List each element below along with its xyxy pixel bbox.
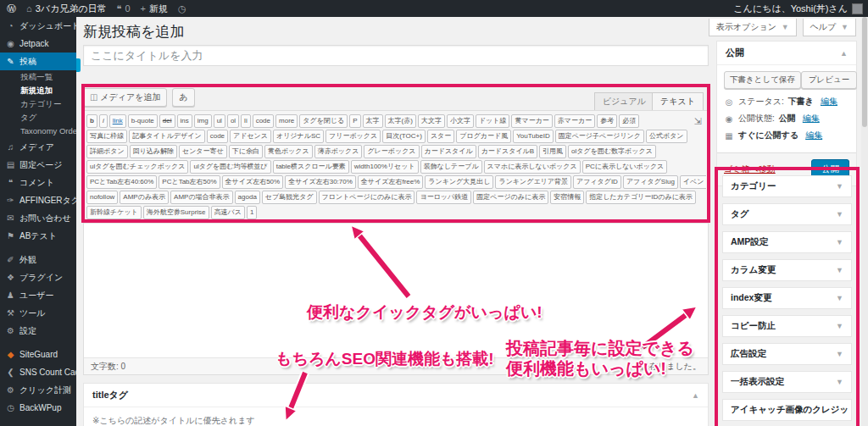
side-panel[interactable]: アイキャッチ画像のクレジット▼ — [722, 399, 852, 421]
quicktag-button[interactable]: PCに表示しないボックス — [582, 160, 668, 174]
sidebar-subitem-add-new[interactable]: 新規追加 — [0, 84, 76, 97]
quicktag-button[interactable]: スマホに表示しないボックス — [484, 160, 581, 174]
quicktag-button[interactable]: agoda — [235, 191, 260, 204]
side-panel[interactable]: AMP設定▼ — [722, 231, 852, 253]
sidebar-item-users[interactable]: ♟ユーザー — [0, 286, 76, 304]
quicktag-button[interactable]: PCとTab左右50% — [159, 175, 220, 189]
quicktag-button[interactable]: 公式ボタン — [646, 130, 687, 143]
visibility-edit-link[interactable]: 編集 — [803, 113, 820, 124]
side-panel[interactable]: コピー防止▼ — [722, 315, 852, 337]
quicktag-button[interactable]: ヨーロッパ鉄道 — [416, 191, 471, 204]
sidebar-item-jetpack[interactable]: ◉Jetpack — [0, 35, 76, 53]
sidebar-item-settings[interactable]: ⚙設定 — [0, 322, 76, 340]
sidebar-subitem-post-list[interactable]: 投稿一覧 — [0, 70, 76, 84]
quicktag-button[interactable]: アドセンス — [230, 130, 271, 143]
schedule-edit-link[interactable]: 編集 — [805, 130, 822, 141]
post-title-input[interactable] — [83, 45, 709, 66]
preview-button[interactable]: プレビュー — [801, 71, 857, 89]
quicktag-button[interactable]: 薄赤ボックス — [314, 145, 363, 158]
sidebar-item-appearance[interactable]: ✐外観 — [0, 251, 76, 268]
chevron-up-icon[interactable]: ▲ — [692, 391, 699, 400]
quicktag-button[interactable]: AMPの場合非表示 — [170, 191, 233, 204]
quicktag-button[interactable]: table横スクロール要素 — [273, 160, 349, 174]
quicktag-button[interactable]: ランキング大見出し — [425, 175, 493, 189]
sidebar-item-click-tracking[interactable]: ⚙クリック計測 — [0, 381, 76, 399]
quicktag-button[interactable]: width100%リセット — [351, 160, 419, 174]
greeting-text[interactable]: こんにちは、Yoshi(丼)さん — [733, 3, 848, 15]
sidebar-item-pages[interactable]: ▤固定ページ — [0, 156, 76, 174]
page-scrollbar[interactable] — [861, 17, 868, 426]
quicktag-button[interactable]: アフィタグID — [573, 175, 621, 189]
quicktag-button[interactable]: 高速バス — [211, 206, 245, 219]
quicktag-button[interactable]: フロントページにのみに表示 — [319, 191, 415, 204]
quicktag-button[interactable]: ブログカード風 — [456, 130, 511, 143]
quicktag-button[interactable]: img — [194, 114, 212, 128]
help-button[interactable]: ヘルプ ▼ — [803, 19, 856, 36]
tab-text[interactable]: テキスト — [652, 92, 704, 110]
titletag-panel-header[interactable]: titleタグ ▲ — [84, 384, 708, 407]
quicktag-button[interactable]: i — [99, 114, 108, 128]
sidebar-subitem-categories[interactable]: カテゴリー — [0, 97, 76, 111]
sidebar-item-posts[interactable]: ✎投稿 — [0, 53, 76, 70]
quicktag-button[interactable]: 必須 — [619, 114, 639, 128]
quicktag-button[interactable]: 固定ページ子ページリンク — [555, 130, 644, 143]
quicktag-button[interactable]: b-quote — [128, 114, 158, 128]
quicktag-button[interactable]: 1 — [247, 206, 257, 219]
quicktag-button[interactable]: olタグを囲む数字ボックス — [568, 145, 656, 158]
side-panel[interactable]: タグ▼ — [722, 203, 852, 225]
quicktag-button[interactable]: フリーボックス — [326, 130, 381, 143]
quicktag-button[interactable]: more — [275, 114, 298, 128]
status-edit-link[interactable]: 編集 — [821, 96, 837, 108]
quicktag-button[interactable]: ul — [214, 114, 225, 128]
sidebar-item-backwpup[interactable]: ◷BackWPup — [0, 399, 76, 417]
quicktag-button[interactable]: 赤マーカー — [554, 114, 595, 128]
sidebar-item-affinger-tag[interactable]: ✑AFFINGERタグ — [0, 191, 76, 209]
side-panel[interactable]: index変更▼ — [722, 287, 852, 309]
quicktag-button[interactable]: 下に余白 — [229, 145, 263, 158]
sidebar-subitem-taxonomy-order[interactable]: Taxonomy Order — [0, 124, 76, 138]
quicktag-button[interactable]: セブ島観光タグ — [262, 191, 317, 204]
quicktag-button[interactable]: カードスタイルB — [478, 145, 537, 158]
quicktag-button[interactable]: code — [207, 130, 228, 143]
screen-options-button[interactable]: 表示オプション ▼ — [709, 19, 797, 36]
sidebar-item-media[interactable]: ♫メディア — [0, 138, 76, 156]
quicktag-button[interactable]: nofollow — [86, 191, 118, 204]
quicktag-button[interactable]: センター寄せ — [179, 145, 227, 158]
quicktag-button[interactable]: 黄マーカー — [511, 114, 552, 128]
sidebar-item-plugins[interactable]: ❖プラグイン — [0, 268, 76, 286]
chevron-up-icon[interactable]: ▲ — [840, 49, 848, 58]
quicktag-button[interactable]: 指定したカテゴリーIDのみに表示 — [586, 191, 696, 204]
quicktag-button[interactable]: 回り込み解除 — [130, 145, 177, 158]
quicktag-button[interactable]: タグを閉じる — [299, 114, 348, 128]
quicktag-button[interactable]: 参考 — [597, 114, 617, 128]
sidebar-item-ab-test[interactable]: ⚑ABテスト — [0, 227, 76, 245]
quicktag-button[interactable]: 記事タイトルデザイン — [129, 130, 205, 143]
quicktag-button[interactable]: YouTubeID — [513, 130, 553, 143]
quicktag-button[interactable]: ドット線 — [476, 114, 510, 128]
scrollbar-thumb[interactable] — [862, 17, 867, 127]
side-panel[interactable]: カテゴリー▼ — [722, 175, 852, 197]
quicktag-button[interactable]: グレーボックス — [364, 145, 419, 158]
tab-visual[interactable]: ビジュアル — [594, 92, 654, 110]
sidebar-item-dashboard[interactable]: ◔ダッシュボード — [0, 17, 76, 35]
quicktag-button[interactable]: 太字(赤) — [385, 114, 416, 128]
quicktag-button[interactable]: b — [86, 114, 97, 128]
quicktag-button[interactable]: code — [253, 114, 274, 128]
fullscreen-icon[interactable]: ⇲ — [694, 116, 702, 127]
quicktag-button[interactable]: 小文字 — [447, 114, 474, 128]
site-name-menu[interactable]: ⌂ 3バカ兄弟の日常 — [26, 3, 107, 15]
quicktag-button[interactable]: 写真に枠線 — [86, 130, 127, 143]
quicktag-button[interactable]: 目次(TOC+) — [382, 130, 426, 143]
side-panel[interactable]: カラム変更▼ — [722, 259, 852, 281]
quicktag-button[interactable]: 詳細ボタン — [86, 145, 128, 158]
quicktag-button[interactable]: ulタグを囲むチェックボックス — [86, 160, 188, 174]
quicktag-button[interactable]: P — [349, 114, 360, 128]
side-panel[interactable]: 広告設定▼ — [722, 343, 852, 365]
quicktag-button[interactable]: 全サイズ左右50% — [222, 175, 284, 189]
quicktag-button[interactable]: ランキングエリア背景 — [495, 175, 571, 189]
quicktag-button[interactable]: カードスタイル — [421, 145, 476, 158]
quicktag-button[interactable]: ins — [177, 114, 192, 128]
save-draft-button[interactable]: 下書きとして保存 — [724, 71, 801, 89]
publish-panel-header[interactable]: 公開 ▲ — [717, 41, 856, 65]
quicktag-button[interactable]: ulタグを囲む均等横並び — [190, 160, 270, 174]
